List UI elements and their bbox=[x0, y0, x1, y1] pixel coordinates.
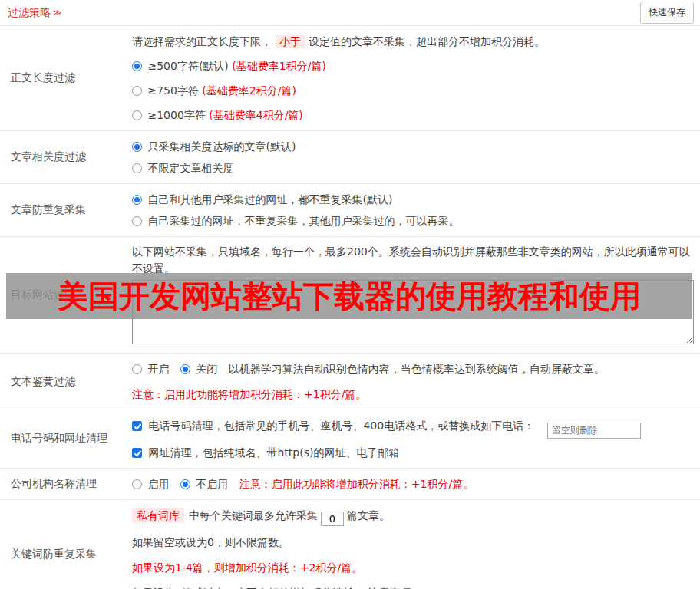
blocked-sites-textarea[interactable] bbox=[132, 280, 694, 344]
row-label: 电话号码和网址清理 bbox=[0, 410, 132, 468]
radio-icon[interactable] bbox=[132, 142, 142, 152]
radio-icon[interactable] bbox=[132, 61, 142, 71]
radio-icon[interactable] bbox=[132, 216, 142, 226]
intro-text: 请选择需求的正文长度下限， bbox=[132, 35, 272, 48]
row-target-site-filter: 目标网站过滤 以下网站不采集，只填域名，每行一个，最多200个。系统会自动识别并… bbox=[0, 237, 700, 354]
row-label: 公司机构名称清理 bbox=[0, 469, 132, 499]
checkbox-option-phone-clean[interactable]: 电话号码清理，包括常见的手机号、座机号、400电话格式，或替换成如下电话： bbox=[132, 420, 538, 432]
checkbox-icon[interactable] bbox=[132, 421, 142, 431]
radio-option-relevance-off[interactable]: 不限定文章相关度 bbox=[132, 159, 694, 177]
option-label: 网址清理，包括纯域名、带http(s)的网址、电子邮箱 bbox=[148, 446, 399, 459]
option-label: 自己采集过的网址，不重复采集，其他用户采集过的，可以再采。 bbox=[147, 215, 459, 227]
porn-filter-warning: 注意：启用此功能将增加积分消耗：+1积分/篇。 bbox=[132, 385, 694, 403]
length-filter-intro: 请选择需求的正文长度下限，小于设定值的文章不采集，超出部分不增加积分消耗。 bbox=[132, 32, 694, 51]
option-label: ≥500字符(默认) bbox=[147, 60, 228, 72]
row-relevance-filter: 文章相关度过滤 只采集相关度达标的文章(默认) 不限定文章相关度 bbox=[0, 131, 700, 184]
radio-icon[interactable] bbox=[180, 364, 190, 374]
chevron-icon: ≫ bbox=[53, 8, 62, 18]
intro-highlight: 小于 bbox=[276, 35, 305, 48]
radio-icon[interactable] bbox=[132, 195, 142, 205]
option-label: 关闭 bbox=[196, 363, 217, 375]
option-label: 不限定文章相关度 bbox=[147, 162, 233, 174]
option-note: (基础费率2积分/篇) bbox=[202, 84, 296, 97]
notice-link[interactable]: 注意事项≫ bbox=[368, 587, 420, 589]
radio-icon[interactable] bbox=[180, 479, 190, 489]
row-phone-url-clean: 电话号码和网址清理 电话号码清理，包括常见的手机号、座机号、400电话格式，或替… bbox=[0, 410, 700, 469]
row-length-filter: 正文长度过滤 请选择需求的正文长度下限，小于设定值的文章不采集，超出部分不增加积… bbox=[0, 26, 700, 131]
quick-save-button[interactable]: 快速保存 bbox=[640, 2, 694, 24]
intro-text-after: 设定值的文章不采集，超出部分不增加积分消耗。 bbox=[309, 35, 545, 48]
row-dedup-filter: 文章防重复采集 自己和其他用户采集过的网址，都不重复采集(默认) 自己采集过的网… bbox=[0, 184, 700, 237]
keyword-count-input[interactable] bbox=[321, 512, 344, 526]
radio-option-company-on[interactable]: 启用 bbox=[132, 478, 173, 490]
option-label: ≥750字符 bbox=[147, 84, 198, 97]
phone-replacement-input[interactable] bbox=[547, 423, 641, 439]
top-bar: 过滤策略 ≫ 快速保存 bbox=[0, 0, 700, 26]
row-keyword-dedup: 关键词防重复采集 私有词库中每个关键词最多允许采集篇文章。 如果留空或设为0，则… bbox=[0, 500, 700, 589]
option-label: 电话号码清理，包括常见的手机号、座机号、400电话格式，或替换成如下电话： bbox=[148, 420, 534, 432]
keyword-line1-text: 中每个关键词最多允许采集 bbox=[189, 509, 318, 522]
notice-link-label: 注意事项 bbox=[368, 587, 411, 589]
radio-option-dedup-self[interactable]: 自己采集过的网址，不重复采集，其他用户采集过的，可以再采。 bbox=[132, 212, 694, 230]
radio-option-750[interactable]: ≥750字符 (基础费率2积分/篇) bbox=[132, 81, 694, 100]
radio-icon[interactable] bbox=[132, 163, 142, 173]
target-site-description: 以下网站不采集，只填域名，每行一个，最多200个。系统会自动识别并屏蔽那些非文章… bbox=[132, 243, 694, 277]
row-label: 文章防重复采集 bbox=[0, 184, 132, 236]
keyword-line3: 如果设为1-4篇，则增加积分消耗：+2积分/篇。 bbox=[132, 558, 694, 577]
row-label: 文本鉴黄过滤 bbox=[0, 354, 132, 410]
option-label: 开启 bbox=[147, 363, 169, 375]
radio-option-500[interactable]: ≥500字符(默认) (基础费率1积分/篇) bbox=[132, 57, 694, 75]
radio-option-1000[interactable]: ≥1000字符 (基础费率4积分/篇) bbox=[132, 106, 694, 124]
row-company-clean: 公司机构名称清理 启用 不启用 注意：启用此功能将增加积分消耗：+1积分/篇。 bbox=[0, 469, 700, 500]
row-label: 正文长度过滤 bbox=[0, 26, 132, 130]
company-clean-warning: 注意：启用此功能将增加积分消耗：+1积分/篇。 bbox=[239, 478, 474, 490]
keyword-line2: 如果留空或设为0，则不限篇数。 bbox=[132, 533, 694, 551]
radio-icon[interactable] bbox=[132, 479, 142, 489]
radio-option-porn-off[interactable]: 关闭 bbox=[180, 363, 221, 375]
option-label: ≥1000字符 bbox=[147, 109, 205, 121]
row-porn-filter: 文本鉴黄过滤 开启 关闭 以机器学习算法自动识别色情内容，当色情概率达到系统阈值… bbox=[0, 354, 700, 410]
checkbox-icon[interactable] bbox=[132, 448, 142, 458]
porn-filter-description: 以机器学习算法自动识别色情内容，当色情概率达到系统阈值，自动屏蔽文章。 bbox=[229, 363, 605, 375]
option-label: 自己和其他用户采集过的网址，都不重复采集(默认) bbox=[147, 193, 392, 206]
radio-icon[interactable] bbox=[132, 364, 142, 374]
radio-icon[interactable] bbox=[132, 86, 142, 96]
row-label: 文章相关度过滤 bbox=[0, 131, 132, 183]
row-label: 目标网站过滤 bbox=[0, 237, 132, 353]
keyword-line4: 如果设为5篇或以上，也不会额外增加积分消耗。 bbox=[132, 587, 365, 589]
radio-icon[interactable] bbox=[132, 110, 142, 120]
checkbox-option-url-clean[interactable]: 网址清理，包括纯域名、带http(s)的网址、电子邮箱 bbox=[132, 446, 399, 459]
filter-strategy-toggle[interactable]: 过滤策略 ≫ bbox=[8, 6, 62, 20]
option-note: (基础费率4积分/篇) bbox=[209, 109, 303, 121]
option-label: 启用 bbox=[147, 478, 169, 490]
page-title: 过滤策略 bbox=[8, 6, 51, 20]
keyword-line1-tail: 篇文章。 bbox=[347, 509, 390, 522]
option-note: (基础费率1积分/篇) bbox=[232, 60, 326, 72]
radio-option-porn-on[interactable]: 开启 bbox=[132, 363, 173, 375]
radio-option-dedup-all[interactable]: 自己和其他用户采集过的网址，都不重复采集(默认) bbox=[132, 190, 694, 209]
private-lexicon-badge: 私有词库 bbox=[132, 508, 184, 523]
radio-option-company-off[interactable]: 不启用 bbox=[180, 478, 232, 490]
radio-option-relevance-on[interactable]: 只采集相关度达标的文章(默认) bbox=[132, 137, 694, 156]
row-label: 关键词防重复采集 bbox=[0, 500, 132, 589]
option-label: 不启用 bbox=[196, 478, 228, 490]
option-label: 只采集相关度达标的文章(默认) bbox=[147, 140, 296, 153]
